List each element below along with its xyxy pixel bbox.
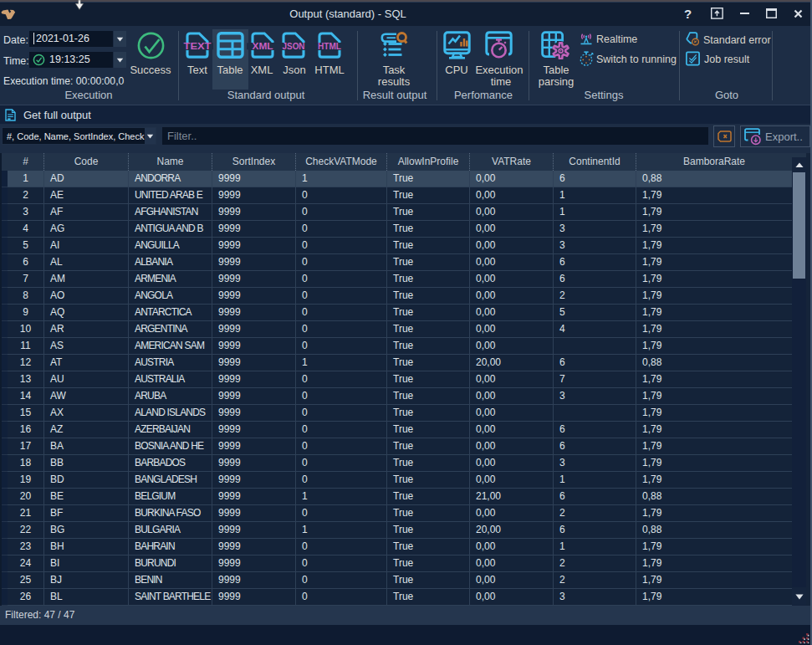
svg-text:TEXT: TEXT — [184, 41, 212, 51]
svg-text:JSON: JSON — [283, 41, 305, 51]
svg-text:HTML: HTML — [318, 41, 342, 51]
svg-text:XML: XML — [253, 41, 274, 51]
